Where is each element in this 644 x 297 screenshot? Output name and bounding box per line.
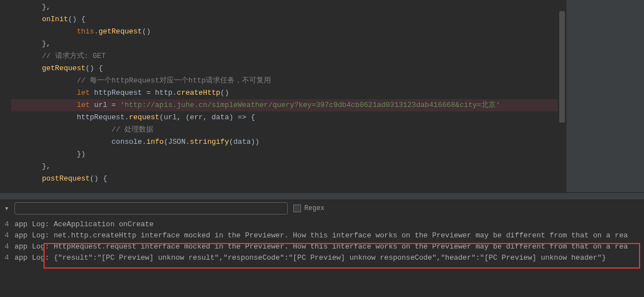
code-line[interactable]: postRequest() { [11,173,558,185]
search-wrap [14,202,288,215]
code-line[interactable]: getRequest() { [11,62,558,75]
code-line[interactable]: httpRequest.request(url, (err, data) => … [11,111,558,124]
code-area[interactable]: }, onInit() { this.getRequest() }, // 请求… [11,0,558,192]
scrollbar-thumb[interactable] [559,11,565,123]
side-minimap-panel [566,0,644,192]
code-line[interactable]: console.info(JSON.stringify(data)) [11,136,558,148]
log-line-prefix: 4 [0,241,10,252]
code-line[interactable]: let httpRequest = http.createHttp() [11,87,558,99]
log-line-text: app Log: net.http.createHttp interface m… [10,230,628,241]
log-line[interactable]: 4app Log: {"result":"[PC Preview] unknow… [0,252,644,264]
log-line-text: app Log: {"result":"[PC Preview] unknow … [10,252,606,264]
log-line-prefix: 4 [0,230,10,241]
log-line[interactable]: 4app Log: net.http.createHttp interface … [0,230,644,241]
code-line[interactable]: // 处理数据 [11,124,558,136]
log-line-text: app Log: HttpRequest.request interface m… [10,241,628,252]
code-line[interactable]: onInit() { [11,13,558,26]
code-line[interactable]: this.getRequest() [11,26,558,38]
regex-checkbox-input[interactable] [293,205,301,212]
panel-divider[interactable] [0,192,644,200]
log-line-prefix: 4 [0,219,10,230]
editor-container: }, onInit() { this.getRequest() }, // 请求… [0,0,644,192]
code-line[interactable]: }, [11,38,558,50]
editor-scrollbar[interactable] [558,0,566,192]
code-line[interactable]: }, [11,1,558,13]
code-line[interactable]: // 每一个httpRequest对应一个http请求任务，不可复用 [11,75,558,87]
log-line[interactable]: 4app Log: HttpRequest.request interface … [0,241,644,252]
log-line-text: app Log: AceApplication onCreate [10,219,154,230]
regex-label: Regex [304,205,325,212]
log-toolbar: ▾ Regex [0,200,644,217]
log-panel: ▾ Regex 4app Log: AceApplication onCreat… [0,200,644,297]
log-line-prefix: 4 [0,252,10,264]
log-line[interactable]: 4app Log: AceApplication onCreate [0,219,644,230]
dropdown-arrow-icon[interactable]: ▾ [4,204,9,213]
code-line[interactable]: }) [11,148,558,160]
code-line[interactable]: }, [11,160,558,173]
editor-gutter [0,0,11,192]
code-line[interactable]: let url = 'http://apis.juhe.cn/simpleWea… [11,99,558,111]
log-search-input[interactable] [14,202,288,215]
regex-checkbox[interactable]: Regex [293,205,325,212]
code-line[interactable]: // 请求方式: GET [11,50,558,62]
log-body[interactable]: 4app Log: AceApplication onCreate4app Lo… [0,217,644,297]
